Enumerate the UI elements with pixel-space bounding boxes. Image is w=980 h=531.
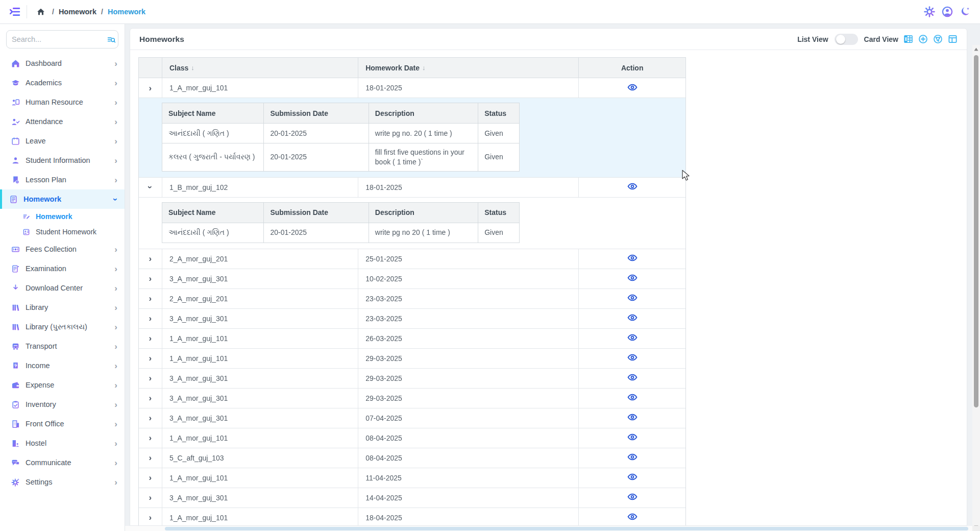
view-homework-button[interactable] <box>627 312 638 324</box>
table-row[interactable]: ›1_A_mor_guj_10108-04-2025 <box>139 428 685 448</box>
view-homework-button[interactable] <box>627 392 638 404</box>
sidebar-item-library[interactable]: Library› <box>0 298 125 317</box>
expand-chevron-icon[interactable]: › <box>149 374 152 382</box>
table-row[interactable]: ›3_A_mor_guj_30107-04-2025 <box>139 408 685 428</box>
sidebar-item-dashboard[interactable]: Dashboard› <box>0 54 125 73</box>
horizontal-scrollbar-thumb[interactable] <box>165 527 968 530</box>
excel-export-icon[interactable] <box>903 34 913 44</box>
view-homework-button[interactable] <box>627 82 638 94</box>
dark-mode-moon-icon[interactable] <box>959 5 972 18</box>
sidebar-item-hostel[interactable]: Hostel› <box>0 433 125 453</box>
horizontal-scrollbar[interactable] <box>125 526 972 531</box>
subject-subtable: Subject NameSubmission DateDescriptionSt… <box>162 202 520 243</box>
attendance-icon <box>10 117 21 126</box>
table-row[interactable]: ›3_A_mor_guj_30129-03-2025 <box>139 369 685 389</box>
sort-descending-icon[interactable]: ↓ <box>422 64 426 71</box>
sidebar-item-transport[interactable]: Transport› <box>0 336 125 356</box>
sidebar-item-inventory[interactable]: Inventory› <box>0 395 125 414</box>
view-toggle[interactable] <box>835 34 858 45</box>
view-homework-button[interactable] <box>627 372 638 384</box>
home-icon[interactable] <box>34 5 47 18</box>
table-layout-icon[interactable] <box>948 34 958 44</box>
table-row[interactable]: ›1_A_mor_guj_10129-03-2025 <box>139 349 685 369</box>
sidebar-item-lesson-plan[interactable]: Lesson Plan› <box>0 170 125 189</box>
sidebar-item-homework[interactable]: Homework› <box>0 189 125 209</box>
expand-chevron-icon[interactable]: › <box>149 254 152 263</box>
view-homework-button[interactable] <box>627 412 638 424</box>
expense-icon <box>10 381 21 390</box>
column-header-homework-date[interactable]: Homework Date↓ <box>358 58 579 78</box>
expand-chevron-icon[interactable]: › <box>149 294 152 303</box>
sidebar-subitem-homework[interactable]: Homework <box>0 209 125 224</box>
expand-chevron-icon[interactable]: › <box>149 513 152 522</box>
table-row[interactable]: ›3_A_mor_guj_30129-03-2025 <box>139 389 685 408</box>
view-homework-button[interactable] <box>627 273 638 284</box>
sidebar-item-student-information[interactable]: Student Information› <box>0 151 125 170</box>
table-row[interactable]: ›5_C_aft_guj_10308-04-2025 <box>139 448 685 468</box>
view-homework-button[interactable] <box>627 432 638 444</box>
view-homework-button[interactable] <box>627 512 638 523</box>
vertical-scrollbar-thumb[interactable] <box>974 55 978 407</box>
sidebar-item-download-center[interactable]: Download Center› <box>0 278 125 298</box>
user-profile-icon[interactable] <box>941 5 954 18</box>
sidebar-item-library[interactable]: Library (પુસ્તકાલય)› <box>0 317 125 336</box>
class-cell: 3_A_mor_guj_301 <box>162 369 358 388</box>
table-row[interactable]: ›2_A_mor_guj_20123-03-2025 <box>139 289 685 309</box>
expand-chevron-icon[interactable]: › <box>149 314 152 323</box>
breadcrumb-item-current[interactable]: Homework <box>108 8 145 16</box>
sidebar-item-leave[interactable]: Leave› <box>0 131 125 151</box>
scroll-up-icon[interactable] <box>972 45 980 53</box>
table-row[interactable]: ›1_B_mor_guj_10218-01-2025 <box>139 178 685 198</box>
view-homework-button[interactable] <box>627 253 638 264</box>
search-input[interactable] <box>12 35 107 43</box>
search-icon[interactable] <box>107 35 116 44</box>
expand-chevron-icon[interactable]: › <box>146 186 155 189</box>
sidebar-item-academics[interactable]: Academics› <box>0 73 125 92</box>
filter-icon[interactable] <box>933 34 943 44</box>
vertical-scrollbar[interactable] <box>972 45 980 531</box>
eye-icon <box>627 82 638 94</box>
sidebar-item-examination[interactable]: Examination› <box>0 259 125 278</box>
sidebar-subitem-student-homework[interactable]: Student Homework <box>0 224 125 239</box>
add-icon[interactable] <box>918 34 928 44</box>
breadcrumb-item[interactable]: Homework <box>59 8 96 16</box>
sidebar-item-communicate[interactable]: Communicate› <box>0 453 125 472</box>
table-row[interactable]: ›1_A_mor_guj_10118-01-2025 <box>139 78 685 98</box>
table-row[interactable]: ›2_A_mor_guj_20125-01-2025 <box>139 249 685 269</box>
table-row[interactable]: ›1_A_mor_guj_10126-03-2025 <box>139 329 685 349</box>
table-row[interactable]: ›3_A_mor_guj_30123-03-2025 <box>139 309 685 329</box>
sidebar-item-human-resource[interactable]: Human Resource› <box>0 92 125 112</box>
view-homework-button[interactable] <box>627 472 638 484</box>
homework-date-cell: 23-03-2025 <box>358 289 579 308</box>
expand-chevron-icon[interactable]: › <box>149 453 152 462</box>
sidebar-item-settings[interactable]: Settings› <box>0 472 125 492</box>
expand-chevron-icon[interactable]: › <box>149 84 152 92</box>
expand-chevron-icon[interactable]: › <box>149 433 152 442</box>
table-row[interactable]: ›1_A_mor_guj_10111-04-2025 <box>139 468 685 488</box>
sidebar-item-attendance[interactable]: Attendance› <box>0 112 125 131</box>
expand-chevron-icon[interactable]: › <box>149 354 152 363</box>
view-homework-button[interactable] <box>627 352 638 364</box>
table-row[interactable]: ›3_A_mor_guj_30114-04-2025 <box>139 488 685 508</box>
expand-chevron-icon[interactable]: › <box>149 274 152 283</box>
sidebar-item-front-office[interactable]: Front Office› <box>0 414 125 433</box>
view-homework-button[interactable] <box>627 492 638 503</box>
column-header-class[interactable]: Class↓ <box>162 58 358 78</box>
sort-descending-icon[interactable]: ↓ <box>191 64 194 71</box>
settings-gear-icon[interactable] <box>923 5 936 18</box>
sidebar-item-expense[interactable]: Expense› <box>0 375 125 395</box>
view-homework-button[interactable] <box>627 293 638 304</box>
sidebar-item-fees-collection[interactable]: Fees Collection› <box>0 239 125 259</box>
expand-chevron-icon[interactable]: › <box>149 394 152 402</box>
table-row[interactable]: ›3_A_mor_guj_30110-02-2025 <box>139 269 685 289</box>
view-homework-button[interactable] <box>627 452 638 464</box>
view-homework-button[interactable] <box>627 181 638 193</box>
expand-chevron-icon[interactable]: › <box>149 334 152 343</box>
sidebar-toggle-icon[interactable] <box>8 5 21 18</box>
expand-chevron-icon[interactable]: › <box>149 414 152 422</box>
sidebar-item-income[interactable]: Income› <box>0 356 125 375</box>
view-homework-button[interactable] <box>627 332 638 344</box>
expand-chevron-icon[interactable]: › <box>149 473 152 482</box>
table-row[interactable]: ›1_A_mor_guj_10118-04-2025 <box>139 508 685 526</box>
expand-chevron-icon[interactable]: › <box>149 493 152 502</box>
